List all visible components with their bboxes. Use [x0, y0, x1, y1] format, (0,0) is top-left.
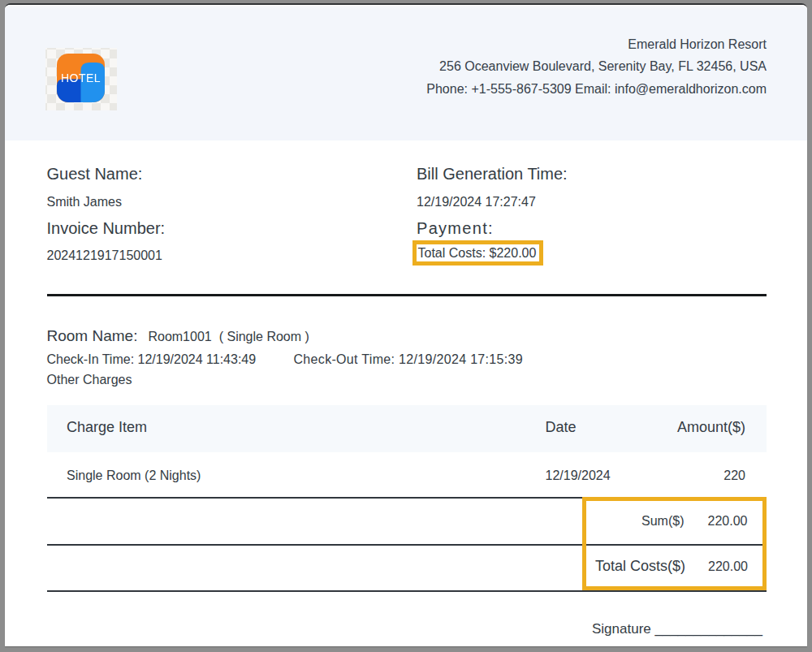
- svg-text:HOTEL: HOTEL: [60, 71, 100, 84]
